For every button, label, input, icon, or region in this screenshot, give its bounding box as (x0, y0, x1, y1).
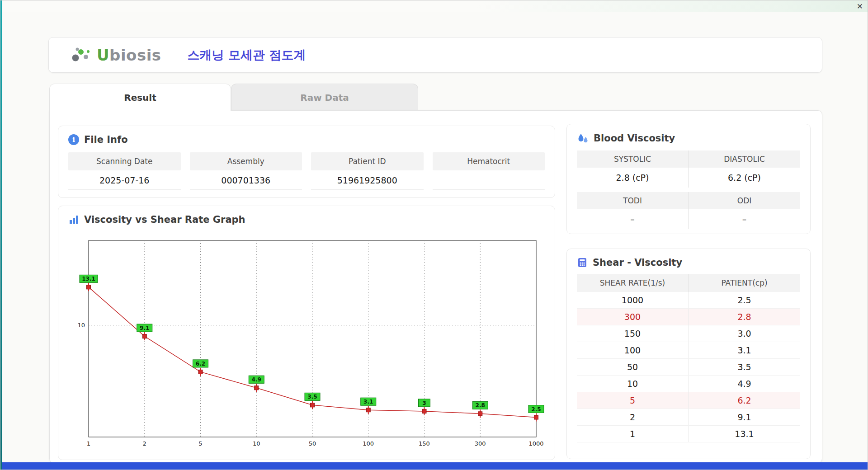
graph-title: Viscosity vs Shear Rate Graph (84, 214, 245, 225)
shear-rate-cell: 5 (577, 392, 689, 409)
systolic-value: 2.8 (cP) (577, 168, 689, 188)
blood-viscosity-grid: SYSTOLIC DIASTOLIC 2.8 (cP) 6.2 (cP) TOD… (577, 150, 800, 229)
svg-text:100: 100 (363, 440, 374, 447)
patient-cell: 9.1 (689, 409, 800, 425)
field-label-hematocrit: Hematocrit (433, 152, 545, 170)
shear-table-body: 10002.53002.81503.01003.1503.5104.956.22… (577, 292, 800, 442)
shear-viscosity-card: Shear - Viscosity SHEAR RATE(1/s) PATIEN… (566, 249, 811, 459)
blood-viscosity-title-row: Blood Viscosity (577, 132, 800, 144)
shear-viscosity-title: Shear - Viscosity (593, 257, 682, 268)
shear-table-header: SHEAR RATE(1/s) PATIENT(cp) (577, 274, 800, 292)
viscosity-chart: 101251050100150300100013.19.16.24.93.53.… (68, 234, 545, 453)
svg-text:3.1: 3.1 (363, 399, 373, 405)
shear-rate-cell: 50 (577, 359, 689, 375)
svg-text:4.9: 4.9 (252, 376, 261, 383)
field-label-assembly: Assembly (190, 152, 302, 170)
tab-result[interactable]: Result (49, 84, 231, 111)
shear-table: SHEAR RATE(1/s) PATIENT(cp) 10002.53002.… (577, 274, 800, 442)
patient-cell: 4.9 (689, 376, 800, 392)
shear-rate-cell: 300 (577, 309, 689, 325)
svg-text:150: 150 (419, 440, 430, 447)
svg-text:1000: 1000 (528, 440, 543, 447)
table-row: 1503.0 (577, 325, 800, 342)
field-label-scanning-date: Scanning Date (68, 152, 181, 170)
shear-rate-cell: 2 (577, 409, 689, 425)
result-panel: i File Info Scanning Date Assembly Patie… (49, 110, 822, 463)
svg-text:300: 300 (475, 440, 486, 447)
odi-value: – (689, 209, 800, 229)
svg-text:9.1: 9.1 (140, 325, 149, 331)
table-row: 29.1 (577, 409, 800, 426)
svg-text:3.5: 3.5 (307, 394, 317, 400)
shear-rate-cell: 100 (577, 342, 689, 358)
diastolic-label: DIASTOLIC (689, 150, 800, 168)
todi-label: TODI (577, 192, 689, 209)
table-row: 10002.5 (577, 292, 800, 309)
logo-text-u: U (97, 46, 109, 64)
column-shear-rate: SHEAR RATE(1/s) (577, 274, 689, 292)
table-row: 113.1 (577, 426, 800, 442)
table-row: 56.2 (577, 392, 800, 409)
field-value-scanning-date: 2025-07-16 (68, 170, 181, 190)
patient-cell: 6.2 (689, 392, 800, 409)
patient-cell: 3.5 (689, 359, 800, 375)
diastolic-value: 6.2 (cP) (689, 168, 800, 188)
bv-value-row-2: – – (577, 209, 800, 229)
svg-text:50: 50 (309, 440, 316, 447)
window-footer-bar (0, 462, 868, 470)
shear-rate-cell: 1000 (577, 292, 689, 308)
bv-header-row-2: TODI ODI (577, 192, 800, 209)
file-info-card: i File Info Scanning Date Assembly Patie… (58, 126, 555, 198)
svg-text:1: 1 (87, 440, 90, 447)
svg-text:2.5: 2.5 (531, 406, 541, 413)
bv-value-row-1: 2.8 (cP) 6.2 (cP) (577, 168, 800, 188)
table-row: 104.9 (577, 376, 800, 392)
ubiosis-logo: Ubiosis (71, 46, 161, 64)
svg-text:6.2: 6.2 (196, 361, 205, 367)
shear-rate-cell: 10 (577, 376, 689, 392)
table-row: 503.5 (577, 359, 800, 376)
window-left-edge (0, 0, 2, 470)
svg-text:3: 3 (422, 400, 426, 406)
info-icon: i (68, 134, 79, 145)
file-info-grid: Scanning Date Assembly Patient ID Hemato… (68, 152, 545, 190)
patient-cell: 2.8 (689, 309, 800, 325)
logo-dots-icon (71, 46, 91, 64)
table-row: 1003.1 (577, 342, 800, 359)
svg-text:2: 2 (143, 440, 146, 447)
blood-viscosity-title: Blood Viscosity (594, 133, 675, 144)
shear-rate-cell: 1 (577, 426, 689, 442)
calculator-icon (577, 257, 588, 268)
shear-title-row: Shear - Viscosity (577, 257, 800, 268)
page-title: 스캐닝 모세관 점도계 (188, 47, 306, 63)
field-value-assembly: 000701336 (190, 170, 302, 190)
tab-raw-data[interactable]: Raw Data (231, 84, 418, 111)
field-value-hematocrit (433, 170, 545, 190)
svg-text:10: 10 (253, 440, 260, 447)
graph-title-row: Viscosity vs Shear Rate Graph (68, 214, 545, 225)
droplet-icon (577, 132, 589, 144)
bar-chart-icon (68, 214, 79, 225)
file-info-title: File Info (84, 134, 128, 145)
patient-cell: 13.1 (689, 426, 800, 442)
file-info-title-row: i File Info (68, 134, 545, 145)
close-icon[interactable]: ✕ (857, 2, 863, 11)
app-window: ✕ Ubiosis 스캐닝 모세관 점도계 Result Raw Data i … (0, 0, 868, 470)
viscosity-graph-card: Viscosity vs Shear Rate Graph 1012510501… (58, 206, 555, 460)
svg-text:5: 5 (198, 440, 202, 447)
patient-cell: 3.0 (689, 325, 800, 342)
todi-value: – (577, 209, 689, 229)
shear-rate-cell: 150 (577, 325, 689, 342)
logo-text-rest: biosis (109, 46, 161, 64)
table-row: 3002.8 (577, 309, 800, 325)
svg-text:10: 10 (77, 322, 85, 329)
field-value-patient-id: 51961925800 (311, 170, 424, 190)
svg-text:13.1: 13.1 (82, 276, 95, 282)
odi-label: ODI (689, 192, 800, 209)
window-titlebar (0, 0, 868, 12)
logo-text: Ubiosis (97, 46, 161, 64)
bv-header-row-1: SYSTOLIC DIASTOLIC (577, 150, 800, 168)
column-patient: PATIENT(cp) (689, 274, 800, 292)
patient-cell: 3.1 (689, 342, 800, 358)
app-header: Ubiosis 스캐닝 모세관 점도계 (48, 37, 822, 73)
